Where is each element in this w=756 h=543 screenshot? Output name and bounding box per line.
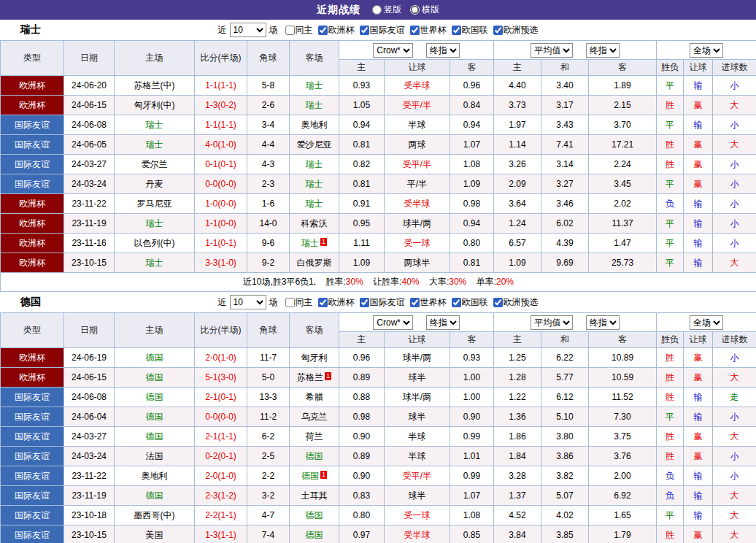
home-team-cell: 匈牙利(中): [115, 96, 195, 115]
away-team-cell: 爱沙尼亚: [290, 135, 339, 155]
competition-cell: 国际友谊: [1, 135, 64, 155]
col-avg-away: 客: [589, 332, 657, 348]
filter-checkbox[interactable]: [493, 298, 503, 307]
view-option-horizontal[interactable]: 横版: [410, 4, 439, 16]
goals-result-cell: 大: [713, 486, 756, 506]
filter-世界杯[interactable]: 世界杯: [410, 296, 447, 309]
average-select[interactable]: 平均值: [531, 315, 573, 330]
result-cell: 平: [657, 407, 684, 427]
filter-世界杯[interactable]: 世界杯: [410, 24, 447, 36]
goals-result-cell: 小: [713, 194, 756, 214]
bookmaker-stage-select[interactable]: 终指: [426, 315, 460, 330]
view-option-vertical[interactable]: 竖版: [372, 4, 401, 16]
goals-result-cell: 小: [713, 407, 756, 427]
match-row: 国际友谊23-10-15美国1-3(1-1)7-4德国0.97受半球0.853.…: [1, 525, 756, 543]
filter-checkbox[interactable]: [410, 298, 420, 307]
match-row: 欧洲杯23-11-22罗马尼亚1-0(0-0)1-6瑞士0.91受半球0.983…: [1, 194, 756, 214]
avg-away-cell: 10.89: [589, 348, 657, 368]
scope-controls: 全场: [657, 41, 756, 60]
avg-draw-cell: 3.27: [541, 174, 589, 194]
filter-checkbox[interactable]: [285, 298, 295, 307]
filter-欧洲杯[interactable]: 欧洲杯: [318, 296, 355, 309]
filter-checkbox[interactable]: [452, 26, 461, 35]
odds-home-cell: 0.81: [339, 174, 385, 194]
filter-checkbox[interactable]: [360, 298, 369, 307]
bookmaker-select[interactable]: Crow*: [373, 43, 413, 58]
filter-同主[interactable]: 同主: [285, 24, 313, 36]
filter-欧国联[interactable]: 欧国联: [452, 24, 488, 36]
view-radio[interactable]: [410, 5, 420, 15]
avg-away-cell: 1.47: [589, 234, 657, 253]
handicap-result-cell: 赢: [684, 174, 713, 194]
result-cell: 平: [657, 115, 684, 135]
date-cell: 24-03-24: [64, 174, 115, 194]
filter-欧洲预选[interactable]: 欧洲预选: [493, 24, 539, 36]
handicap-line-cell: 平/半: [385, 174, 450, 194]
competition-cell: 欧洲杯: [1, 234, 64, 253]
result-cell: 平: [657, 174, 684, 194]
scope-select[interactable]: 全场: [690, 315, 723, 330]
odds-away-cell: 1.08: [450, 155, 494, 174]
col-score: 比分(半场): [195, 313, 247, 348]
avg-draw-cell: 3.85: [541, 525, 589, 543]
home-team-cell: 墨西哥(中): [115, 506, 195, 525]
filter-国际友谊[interactable]: 国际友谊: [360, 296, 405, 309]
average-select[interactable]: 平均值: [531, 43, 573, 58]
score-cell: 1-1(0-0): [195, 214, 247, 234]
red-card-badge: 1: [325, 372, 331, 380]
filter-checkbox[interactable]: [360, 26, 369, 35]
avg-away-cell: 25.73: [589, 253, 657, 273]
home-team-cell: 德国: [115, 368, 195, 388]
filter-欧洲预选[interactable]: 欧洲预选: [493, 296, 539, 309]
scope-select[interactable]: 全场: [690, 43, 723, 58]
away-team-cell: 科索沃: [290, 214, 339, 234]
competition-cell: 国际友谊: [1, 486, 64, 506]
average-stage-select[interactable]: 终指: [586, 315, 620, 330]
filter-同主[interactable]: 同主: [285, 296, 313, 309]
date-cell: 24-06-15: [64, 368, 115, 388]
filter-欧国联[interactable]: 欧国联: [452, 296, 488, 309]
result-cell: 负: [657, 466, 684, 486]
corner-cell: 5-0: [247, 368, 290, 388]
date-cell: 24-06-20: [64, 76, 115, 96]
odds-away-cell: 0.96: [450, 76, 494, 96]
odds-away-cell: 0.84: [450, 96, 494, 115]
filter-checkbox[interactable]: [285, 26, 295, 35]
col-odds-handicap: 让球: [385, 60, 450, 76]
filter-国际友谊[interactable]: 国际友谊: [360, 24, 405, 36]
recent-count-select[interactable]: 10: [230, 23, 266, 37]
filter-checkbox[interactable]: [493, 26, 503, 35]
avg-home-cell: 1.84: [494, 447, 541, 466]
result-cell: 胜: [657, 525, 684, 543]
avg-away-cell: 2.02: [589, 194, 657, 214]
result-cell: 胜: [657, 427, 684, 447]
matches-table: 类型 日期 主场 比分(半场) 角球 客场 Crow* 终指 平均值 终指 全场: [0, 312, 756, 543]
col-type: 类型: [1, 41, 64, 76]
goals-result-cell: 大: [713, 506, 756, 525]
stat-value: 20%: [496, 277, 514, 287]
home-team-cell: 瑞士: [115, 115, 195, 135]
odds-home-cell: 0.89: [339, 447, 385, 466]
filter-checkbox[interactable]: [318, 298, 328, 307]
match-row: 国际友谊24-06-08德国2-1(0-1)13-3希腊0.88球半/两1.00…: [1, 388, 756, 407]
filter-欧洲杯[interactable]: 欧洲杯: [318, 24, 355, 36]
avg-home-cell: 1.86: [494, 427, 541, 447]
filter-checkbox[interactable]: [452, 298, 461, 307]
filter-checkbox[interactable]: [318, 26, 328, 35]
goals-result-cell: 大: [713, 525, 756, 543]
bookmaker-select[interactable]: Crow*: [373, 315, 413, 330]
score-cell: 1-0(0-0): [195, 194, 247, 214]
competition-cell: 欧洲杯: [1, 214, 64, 234]
date-cell: 24-06-04: [64, 407, 115, 427]
col-home: 主场: [115, 313, 195, 348]
goals-result-cell: 小: [713, 115, 756, 135]
recent-count-select[interactable]: 10: [230, 295, 266, 309]
section-header: 瑞士 近 10 场 同主欧洲杯国际友谊世界杯欧国联欧洲预选: [0, 20, 756, 40]
view-radio[interactable]: [372, 5, 382, 15]
score-cell: 0-1(0-1): [195, 155, 247, 174]
bookmaker-stage-select[interactable]: 终指: [426, 43, 460, 58]
average-stage-select[interactable]: 终指: [586, 43, 620, 58]
away-team-cell: 德国: [290, 506, 339, 525]
filter-checkbox[interactable]: [410, 26, 420, 35]
odds-away-cell: 1.09: [450, 174, 494, 194]
